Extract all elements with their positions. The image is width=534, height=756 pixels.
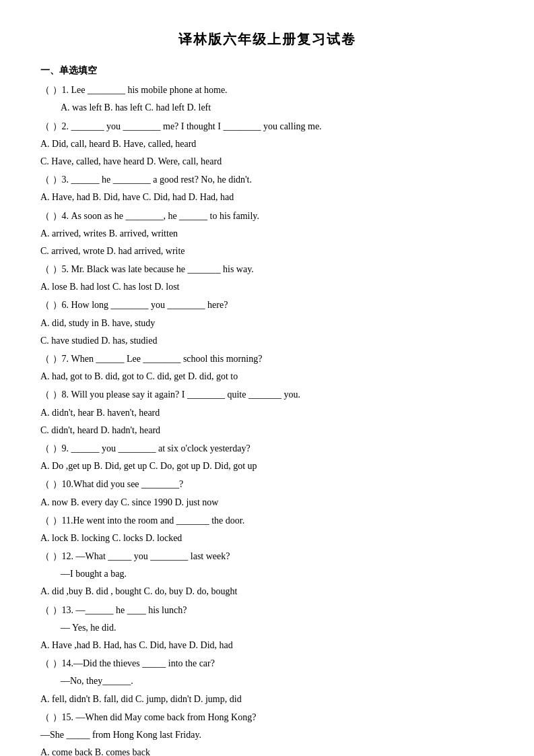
q1-stem: （ ）1. Lee ________ his mobile phone at h…	[40, 82, 494, 98]
q2-optionB: C. Have, called, have heard D. Were, cal…	[40, 153, 494, 170]
q15-optionA: A. come back B. comes back	[40, 744, 494, 756]
q2-stem: （ ）2. _______ you ________ me? I thought…	[40, 118, 494, 135]
q9-stem: （ ）9. ______ you ________ at six o'clock…	[40, 440, 494, 457]
question-3: （ ）3. ______ he ________ a good rest? No…	[40, 171, 494, 206]
q14-options: A. fell, didn't B. fall, did C. jump, di…	[40, 691, 494, 707]
question-1: （ ）1. Lee ________ his mobile phone at h…	[40, 82, 494, 116]
question-12: （ ）12. —What _____ you ________ last wee…	[40, 548, 494, 600]
q4-optionB: C. arrived, wrote D. had arrived, write	[40, 243, 494, 259]
question-5: （ ）5. Mr. Black was late because he ____…	[40, 261, 494, 295]
page-title: 译林版六年级上册复习试卷	[40, 27, 494, 51]
q3-stem: （ ）3. ______ he ________ a good rest? No…	[40, 171, 494, 188]
q12-stem: （ ）12. —What _____ you ________ last wee…	[40, 548, 494, 565]
q4-stem: （ ）4. As soon as he ________, he ______ …	[40, 208, 494, 224]
q10-options: A. now B. every day C. since 1990 D. jus…	[40, 494, 494, 511]
q13-options: A. Have ,had B. Had, has C. Did, have D.…	[40, 637, 494, 654]
q9-options: A. Do ,get up B. Did, get up C. Do, got …	[40, 458, 494, 474]
question-7: （ ）7. When ______ Lee ________ school th…	[40, 350, 494, 385]
q5-stem: （ ）5. Mr. Black was late because he ____…	[40, 261, 494, 278]
q3-options: A. Have, had B. Did, have C. Did, had D.…	[40, 189, 494, 206]
q5-options: A. lose B. had lost C. has lost D. lost	[40, 278, 494, 295]
q8-optionA: A. didn't, hear B. haven't, heard	[40, 404, 494, 421]
q7-options: A. had, got to B. did, got to C. did, ge…	[40, 368, 494, 385]
q11-stem: （ ）11.He went into the room and _______ …	[40, 512, 494, 529]
question-8: （ ）8. Will you please say it again? I __…	[40, 386, 494, 439]
q15-stem: （ ）15. —When did May come back from Hong…	[40, 709, 494, 726]
q1-options: A. was left B. has left C. had left D. l…	[40, 99, 494, 116]
q13-sub: — Yes, he did.	[40, 619, 494, 636]
q11-options: A. lock B. locking C. locks D. locked	[40, 530, 494, 546]
q15-sub1: —She _____ from Hong Kong last Friday.	[40, 726, 494, 743]
q6-stem: （ ）6. How long ________ you ________ her…	[40, 296, 494, 313]
question-15: （ ）15. —When did May come back from Hong…	[40, 709, 494, 756]
q4-optionA: A. arrived, writes B. arrived, written	[40, 225, 494, 242]
q7-stem: （ ）7. When ______ Lee ________ school th…	[40, 350, 494, 367]
section-header: 一、单选填空	[40, 62, 494, 79]
q8-optionB: C. didn't, heard D. hadn't, heard	[40, 422, 494, 439]
q10-stem: （ ）10.What did you see ________?	[40, 476, 494, 493]
q14-sub: —No, they______.	[40, 672, 494, 689]
question-6: （ ）6. How long ________ you ________ her…	[40, 296, 494, 349]
q12-sub: —I bought a bag.	[40, 565, 494, 582]
question-9: （ ）9. ______ you ________ at six o'clock…	[40, 440, 494, 474]
question-11: （ ）11.He went into the room and _______ …	[40, 512, 494, 546]
q2-optionA: A. Did, call, heard B. Have, called, hea…	[40, 135, 494, 152]
q8-stem: （ ）8. Will you please say it again? I __…	[40, 386, 494, 403]
question-14: （ ）14.—Did the thieves _____ into the ca…	[40, 655, 494, 707]
q14-stem: （ ）14.—Did the thieves _____ into the ca…	[40, 655, 494, 672]
question-10: （ ）10.What did you see ________? A. now …	[40, 476, 494, 510]
question-2: （ ）2. _______ you ________ me? I thought…	[40, 118, 494, 170]
question-4: （ ）4. As soon as he ________, he ______ …	[40, 208, 494, 260]
q12-options: A. did ,buy B. did , bought C. do, buy D…	[40, 583, 494, 600]
q6-optionB: C. have studied D. has, studied	[40, 332, 494, 349]
question-13: （ ）13. —______ he ____ his lunch? — Yes,…	[40, 602, 494, 654]
q13-stem: （ ）13. —______ he ____ his lunch?	[40, 602, 494, 619]
q6-optionA: A. did, study in B. have, study	[40, 315, 494, 332]
